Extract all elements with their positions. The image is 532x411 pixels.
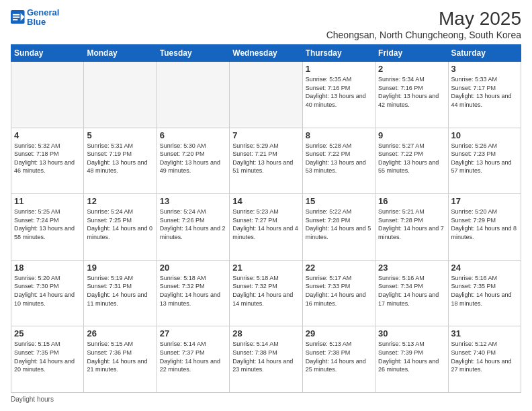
subtitle: Cheongsan, North Chungcheong, South Kore…	[326, 30, 521, 40]
calendar-cell: 7Sunrise: 5:29 AMSunset: 7:21 PMDaylight…	[230, 128, 302, 194]
calendar-cell: 8Sunrise: 5:28 AMSunset: 7:22 PMDaylight…	[302, 128, 375, 194]
svg-rect-2	[13, 14, 19, 15]
header: General Blue May 2025 Cheongsan, North C…	[11, 8, 521, 40]
calendar-cell: 30Sunrise: 5:13 AMSunset: 7:39 PMDayligh…	[375, 326, 448, 393]
calendar-cell: 20Sunrise: 5:18 AMSunset: 7:32 PMDayligh…	[157, 260, 229, 326]
day-info: Sunrise: 5:30 AMSunset: 7:20 PMDaylight:…	[160, 142, 226, 175]
calendar-cell: 27Sunrise: 5:14 AMSunset: 7:37 PMDayligh…	[157, 326, 229, 393]
day-info: Sunrise: 5:24 AMSunset: 7:25 PMDaylight:…	[87, 208, 153, 241]
day-info: Sunrise: 5:31 AMSunset: 7:19 PMDaylight:…	[87, 142, 153, 175]
calendar-cell: 13Sunrise: 5:24 AMSunset: 7:26 PMDayligh…	[157, 194, 229, 261]
calendar-cell: 3Sunrise: 5:33 AMSunset: 7:17 PMDaylight…	[448, 62, 521, 128]
calendar-cell: 28Sunrise: 5:14 AMSunset: 7:38 PMDayligh…	[230, 326, 302, 393]
calendar-week-1: 1Sunrise: 5:35 AMSunset: 7:16 PMDaylight…	[11, 62, 521, 128]
day-number: 18	[14, 263, 81, 273]
day-info: Sunrise: 5:32 AMSunset: 7:18 PMDaylight:…	[14, 142, 81, 175]
day-number: 25	[14, 328, 81, 338]
day-number: 16	[378, 196, 445, 206]
day-info: Sunrise: 5:26 AMSunset: 7:23 PMDaylight:…	[451, 142, 518, 175]
day-number: 10	[451, 130, 518, 140]
calendar-cell: 22Sunrise: 5:17 AMSunset: 7:33 PMDayligh…	[302, 260, 375, 326]
calendar-week-3: 11Sunrise: 5:25 AMSunset: 7:24 PMDayligh…	[11, 194, 521, 261]
day-info: Sunrise: 5:21 AMSunset: 7:28 PMDaylight:…	[378, 208, 445, 241]
calendar-cell	[84, 62, 157, 128]
day-number: 22	[306, 263, 372, 273]
logo-text: General Blue	[27, 8, 59, 28]
day-number: 31	[451, 328, 518, 338]
day-info: Sunrise: 5:25 AMSunset: 7:24 PMDaylight:…	[14, 208, 81, 241]
calendar-cell: 19Sunrise: 5:19 AMSunset: 7:31 PMDayligh…	[84, 260, 157, 326]
calendar-cell: 29Sunrise: 5:13 AMSunset: 7:38 PMDayligh…	[302, 326, 375, 393]
day-info: Sunrise: 5:17 AMSunset: 7:33 PMDaylight:…	[306, 274, 372, 308]
calendar-cell: 14Sunrise: 5:23 AMSunset: 7:27 PMDayligh…	[230, 194, 302, 261]
day-number: 21	[232, 263, 299, 273]
calendar-table: SundayMondayTuesdayWednesdayThursdayFrid…	[11, 44, 521, 393]
svg-rect-4	[13, 19, 17, 20]
day-number: 26	[87, 328, 153, 338]
day-number: 15	[306, 196, 372, 206]
day-header-tuesday: Tuesday	[157, 45, 229, 62]
daylight-label: Daylight hours	[11, 396, 54, 403]
calendar-body: 1Sunrise: 5:35 AMSunset: 7:16 PMDaylight…	[11, 62, 521, 393]
calendar-cell: 23Sunrise: 5:16 AMSunset: 7:34 PMDayligh…	[375, 260, 448, 326]
calendar-cell: 12Sunrise: 5:24 AMSunset: 7:25 PMDayligh…	[84, 194, 157, 261]
calendar-cell: 18Sunrise: 5:20 AMSunset: 7:30 PMDayligh…	[11, 260, 84, 326]
calendar-cell: 2Sunrise: 5:34 AMSunset: 7:16 PMDaylight…	[375, 62, 448, 128]
day-number: 17	[451, 196, 518, 206]
logo: General Blue	[11, 8, 59, 28]
day-number: 3	[451, 64, 518, 74]
day-info: Sunrise: 5:13 AMSunset: 7:38 PMDaylight:…	[306, 340, 372, 373]
calendar-cell: 4Sunrise: 5:32 AMSunset: 7:18 PMDaylight…	[11, 128, 84, 194]
svg-rect-3	[13, 17, 19, 18]
calendar-week-4: 18Sunrise: 5:20 AMSunset: 7:30 PMDayligh…	[11, 260, 521, 326]
calendar-cell: 21Sunrise: 5:18 AMSunset: 7:32 PMDayligh…	[230, 260, 302, 326]
calendar-week-5: 25Sunrise: 5:15 AMSunset: 7:35 PMDayligh…	[11, 326, 521, 393]
day-number: 30	[378, 328, 445, 338]
calendar-cell: 11Sunrise: 5:25 AMSunset: 7:24 PMDayligh…	[11, 194, 84, 261]
day-header-wednesday: Wednesday	[230, 45, 302, 62]
day-info: Sunrise: 5:29 AMSunset: 7:21 PMDaylight:…	[232, 142, 299, 175]
day-number: 14	[232, 196, 299, 206]
day-info: Sunrise: 5:20 AMSunset: 7:29 PMDaylight:…	[451, 208, 518, 241]
day-info: Sunrise: 5:22 AMSunset: 7:28 PMDaylight:…	[306, 208, 372, 241]
calendar-cell: 10Sunrise: 5:26 AMSunset: 7:23 PMDayligh…	[448, 128, 521, 194]
day-number: 27	[160, 328, 226, 338]
footer: Daylight hours	[11, 396, 521, 403]
calendar-cell: 17Sunrise: 5:20 AMSunset: 7:29 PMDayligh…	[448, 194, 521, 261]
day-header-thursday: Thursday	[302, 45, 375, 62]
day-info: Sunrise: 5:16 AMSunset: 7:34 PMDaylight:…	[378, 274, 445, 308]
calendar-cell: 9Sunrise: 5:27 AMSunset: 7:22 PMDaylight…	[375, 128, 448, 194]
day-info: Sunrise: 5:14 AMSunset: 7:38 PMDaylight:…	[232, 340, 299, 373]
day-number: 8	[306, 130, 372, 140]
main-title: May 2025	[326, 8, 521, 30]
day-number: 4	[14, 130, 81, 140]
day-info: Sunrise: 5:20 AMSunset: 7:30 PMDaylight:…	[14, 274, 81, 308]
calendar-header-row: SundayMondayTuesdayWednesdayThursdayFrid…	[11, 45, 521, 62]
day-info: Sunrise: 5:33 AMSunset: 7:17 PMDaylight:…	[451, 75, 518, 109]
day-info: Sunrise: 5:18 AMSunset: 7:32 PMDaylight:…	[160, 274, 226, 308]
day-number: 28	[232, 328, 299, 338]
day-number: 19	[87, 263, 153, 273]
day-number: 11	[14, 196, 81, 206]
day-header-sunday: Sunday	[11, 45, 84, 62]
calendar-cell: 15Sunrise: 5:22 AMSunset: 7:28 PMDayligh…	[302, 194, 375, 261]
day-header-friday: Friday	[375, 45, 448, 62]
day-number: 7	[232, 130, 299, 140]
day-header-saturday: Saturday	[448, 45, 521, 62]
calendar-cell	[11, 62, 84, 128]
calendar-cell: 25Sunrise: 5:15 AMSunset: 7:35 PMDayligh…	[11, 326, 84, 393]
day-number: 9	[378, 130, 445, 140]
day-info: Sunrise: 5:19 AMSunset: 7:31 PMDaylight:…	[87, 274, 153, 308]
day-info: Sunrise: 5:15 AMSunset: 7:36 PMDaylight:…	[87, 340, 153, 373]
day-info: Sunrise: 5:23 AMSunset: 7:27 PMDaylight:…	[232, 208, 299, 241]
calendar-cell	[157, 62, 229, 128]
title-section: May 2025 Cheongsan, North Chungcheong, S…	[326, 8, 521, 40]
calendar-cell: 6Sunrise: 5:30 AMSunset: 7:20 PMDaylight…	[157, 128, 229, 194]
calendar-cell: 5Sunrise: 5:31 AMSunset: 7:19 PMDaylight…	[84, 128, 157, 194]
day-number: 2	[378, 64, 445, 74]
day-info: Sunrise: 5:28 AMSunset: 7:22 PMDaylight:…	[306, 142, 372, 175]
day-info: Sunrise: 5:15 AMSunset: 7:35 PMDaylight:…	[14, 340, 81, 373]
day-number: 29	[306, 328, 372, 338]
calendar-week-2: 4Sunrise: 5:32 AMSunset: 7:18 PMDaylight…	[11, 128, 521, 194]
day-info: Sunrise: 5:35 AMSunset: 7:16 PMDaylight:…	[306, 75, 372, 109]
